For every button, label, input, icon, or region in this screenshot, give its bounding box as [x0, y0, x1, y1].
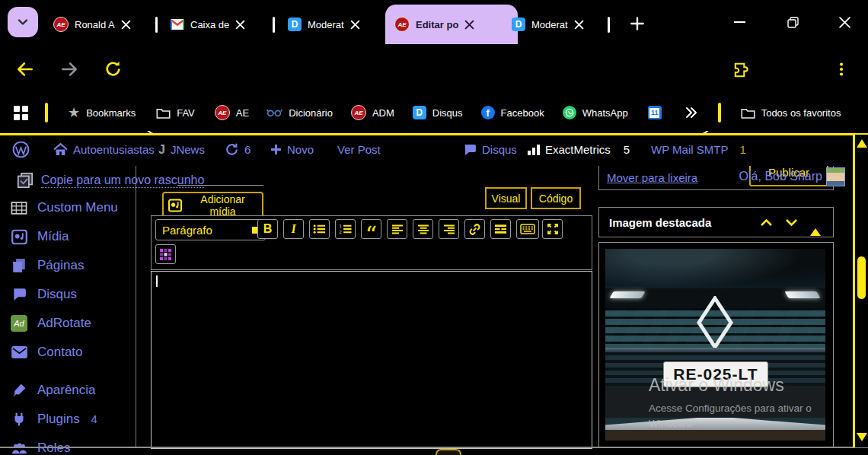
apps-grid-icon[interactable]: [14, 106, 28, 120]
sidebar-item-media[interactable]: Mídia: [11, 228, 69, 245]
browser-menu-button[interactable]: [833, 61, 850, 78]
bookmark-bookmarks[interactable]: ★ Bookmarks: [68, 106, 136, 119]
bookmark-ae[interactable]: AE AE: [215, 105, 249, 120]
forward-button[interactable]: [59, 59, 79, 79]
move-panel-down-button[interactable]: [785, 218, 798, 227]
admin-bar-exactmetrics[interactable]: ExactMetrics 5: [528, 135, 630, 164]
filmstrip-icon: [11, 199, 27, 216]
sidebar-item-appearance[interactable]: Aparência: [11, 382, 96, 399]
bookmark-disqus[interactable]: D Disqus: [413, 106, 463, 119]
admin-bar-updates[interactable]: 6: [225, 135, 251, 164]
minimize-button[interactable]: [722, 0, 757, 44]
sidebar-item-adrotate[interactable]: Ad AdRotate: [11, 315, 91, 332]
tab-search-button[interactable]: [8, 7, 38, 37]
tab-ronald[interactable]: AE Ronald A: [47, 11, 160, 38]
reload-button[interactable]: [104, 59, 123, 78]
align-right-button[interactable]: [439, 219, 459, 239]
jnews-label: JNews: [171, 143, 205, 156]
glasses-icon: [266, 108, 282, 117]
tab-close-icon[interactable]: [235, 20, 245, 30]
extensions-button[interactable]: [732, 61, 751, 79]
paragraph-dropdown[interactable]: Parágrafo: [155, 219, 266, 240]
wp-logo-menu[interactable]: [12, 135, 30, 164]
scrollbar-thumb[interactable]: [857, 256, 866, 299]
sidebar-item-contact[interactable]: Contato: [11, 344, 83, 361]
tab-codigo[interactable]: Código: [531, 187, 581, 209]
sidebar-item-label: Contato: [37, 345, 83, 360]
bookmarks-overflow-chevron[interactable]: [685, 107, 698, 119]
disqus-favicon: D: [512, 18, 525, 31]
bookmark-adm[interactable]: AE ADM: [351, 105, 394, 120]
bookmark-fav-folder[interactable]: FAV: [156, 107, 195, 119]
scroll-up-arrow[interactable]: [857, 139, 867, 148]
add-media-button[interactable]: Adicionar mídia: [162, 192, 263, 218]
tab-close-icon[interactable]: [464, 20, 474, 30]
blockquote-button[interactable]: “: [361, 219, 381, 239]
tab-close-icon[interactable]: [350, 20, 360, 30]
insert-link-button[interactable]: [464, 219, 485, 239]
tab-editar-post-active[interactable]: AE Editar po: [385, 5, 518, 44]
admin-greeting[interactable]: Olá, Bob Sharp: [624, 170, 822, 183]
admin-bar-jnews[interactable]: J JNews: [158, 135, 205, 164]
new-tab-button[interactable]: [624, 11, 650, 37]
bookmarks-separator: [45, 103, 48, 123]
read-more-button[interactable]: [490, 219, 511, 239]
scroll-down-arrow[interactable]: [857, 433, 867, 441]
tab-close-icon[interactable]: [121, 20, 131, 30]
bookmark-label: Disqus: [432, 107, 463, 119]
close-window-button[interactable]: [827, 0, 862, 44]
tab-visual[interactable]: Visual: [485, 187, 527, 209]
editor-toolbar: Parágrafo B I 12 “: [151, 215, 592, 270]
paintbrush-icon: [11, 382, 27, 399]
admin-bar-wp-mail-smtp[interactable]: WP Mail SMTP 1: [651, 135, 746, 164]
tab-moderate-2[interactable]: D Moderat: [506, 11, 614, 38]
toolbar-toggle-button[interactable]: [516, 219, 539, 239]
tab-label: Moderat: [531, 19, 568, 30]
admin-bar-site-link[interactable]: Autoentusiastas: [53, 135, 155, 164]
copy-to-new-draft-link[interactable]: Copie para um novo rascunho: [17, 172, 204, 189]
gmail-favicon: [171, 19, 184, 30]
featured-image-car-photo[interactable]: RE-025-LT Ativar o Windows Acesse Config…: [605, 249, 825, 441]
bookmark-label: FAV: [177, 107, 195, 119]
bookmark-facebook[interactable]: f Facebook: [481, 106, 544, 119]
wordpress-logo-icon: [12, 141, 30, 158]
tab-moderate-1[interactable]: D Moderat: [282, 11, 394, 38]
sidebar-item-label: Páginas: [37, 258, 84, 273]
plus-icon: [630, 17, 644, 30]
align-center-button[interactable]: [413, 219, 433, 239]
bold-button[interactable]: B: [257, 219, 278, 239]
bookmark-whatsapp[interactable]: WhatsApp: [563, 106, 628, 119]
admin-bar-new[interactable]: Novo: [270, 135, 314, 164]
numbered-list-button[interactable]: 12: [335, 219, 356, 239]
align-left-button[interactable]: [387, 219, 407, 239]
move-panel-up-button[interactable]: [760, 218, 773, 227]
text-cursor: [156, 275, 158, 287]
sidebar-item-custom-menu[interactable]: Custom Menu: [11, 199, 118, 216]
editor-content-area[interactable]: [151, 271, 592, 449]
sidebar-item-pages[interactable]: Páginas: [11, 257, 84, 274]
user-avatar[interactable]: [826, 167, 845, 186]
italic-button[interactable]: I: [283, 219, 304, 239]
sidebar-item-plugins[interactable]: Plugins 4: [11, 411, 97, 428]
ae-favicon: AE: [215, 105, 230, 120]
featured-image-panel-header[interactable]: Imagem destacada: [598, 207, 834, 237]
fullscreen-button[interactable]: [542, 219, 563, 239]
admin-bar-view-post[interactable]: Ver Post: [337, 135, 381, 164]
bookmark-dicionario[interactable]: Dicionário: [266, 107, 333, 119]
tab-close-icon[interactable]: [574, 20, 584, 30]
shortcode-grid-button[interactable]: [155, 244, 176, 264]
sidebar-item-disqus[interactable]: Disqus: [11, 286, 77, 303]
tab-label: Ronald A: [75, 19, 115, 30]
page-scrollbar[interactable]: [853, 135, 868, 447]
bookmark-calendar[interactable]: 11: [648, 106, 662, 119]
tab-label: Editar po: [416, 19, 458, 30]
toggle-panel-button[interactable]: [810, 217, 821, 228]
back-button[interactable]: [15, 59, 35, 79]
calendar-icon: 11: [648, 106, 662, 119]
tab-gmail[interactable]: Caixa de: [164, 11, 277, 38]
bookmark-all-favorites-folder[interactable]: Todos os favoritos: [741, 107, 841, 119]
restore-button[interactable]: [775, 0, 810, 44]
wp-mail-label: WP Mail SMTP: [651, 143, 728, 156]
bullet-list-button[interactable]: [309, 219, 330, 239]
admin-bar-disqus[interactable]: Disqus: [463, 135, 517, 164]
